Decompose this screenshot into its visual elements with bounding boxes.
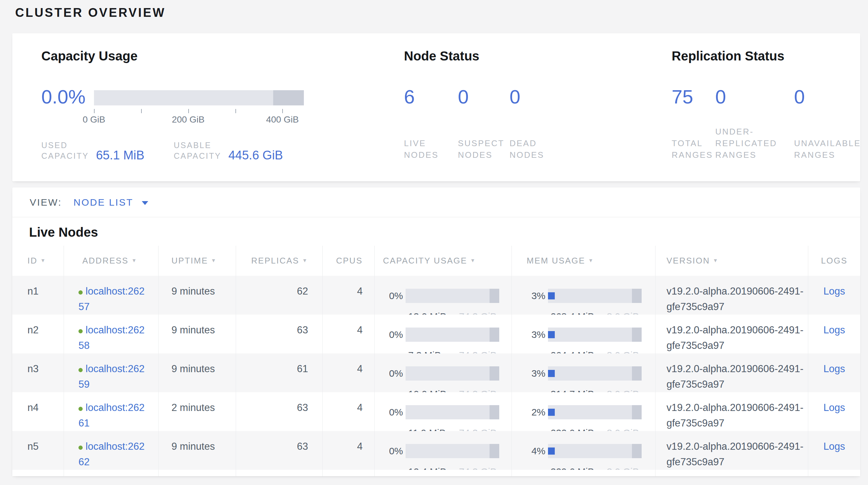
usage-percent: 0% (381, 366, 403, 381)
table-cell-partial (375, 470, 512, 476)
metric-column: 0UNAVAILABLERANGES (794, 85, 805, 161)
usage-bar (406, 405, 499, 419)
live-nodes-card: VIEW: NODE LIST Live Nodes ID▼ADDRESS▼UP… (12, 188, 860, 476)
column-header-id[interactable]: ID▼ (12, 246, 64, 276)
metric-label: UNAVAILABLERANGES (794, 137, 861, 161)
table-cell-partial (64, 470, 159, 476)
live-status-dot-icon (79, 368, 83, 372)
logs-link[interactable]: Logs (824, 363, 845, 374)
node-address-link[interactable]: localhost:26262 (79, 441, 145, 467)
metric-label-line: DEAD (509, 137, 544, 149)
node-address-link[interactable]: localhost:26259 (79, 363, 145, 390)
cpus-cell: 4 (322, 276, 375, 315)
logs-link[interactable]: Logs (824, 402, 845, 413)
metric-value: 75 (672, 85, 715, 109)
column-header-uptime[interactable]: UPTIME▼ (159, 246, 236, 276)
stat-label-line: USABLE (174, 140, 221, 151)
column-header-label: REPLICAS (251, 256, 299, 266)
usage-percent: 0% (381, 443, 403, 459)
usage-bar-highlight (490, 289, 499, 303)
metric-column: 6LIVENODES (404, 85, 458, 161)
node-status-section: Node Status 6LIVENODES0SUSPECTNODES0DEAD… (404, 33, 659, 181)
replicas-cell: 63 (236, 392, 322, 431)
logs-link[interactable]: Logs (824, 441, 845, 452)
axis-tick-label: 400 GiB (266, 114, 299, 125)
logs-cell: Logs (808, 431, 860, 470)
total-value: 8.0 GiB (607, 464, 639, 470)
table-row-partial (12, 470, 860, 476)
version-text: v19.2.0-alpha.20190606-2491-gfe735c9a97 (666, 439, 808, 470)
usage-bar (406, 444, 499, 458)
stat-label: USEDCAPACITY (41, 140, 89, 161)
capacity-usage-section: Capacity Usage 0.0% 0 GiB200 GiB400 GiB … (41, 33, 393, 181)
metric-label-line: RANGES (715, 149, 777, 161)
memory-bar-row: 4% (518, 443, 655, 459)
sort-arrow-icon: ▼ (302, 258, 308, 263)
usage-bar-highlight (632, 405, 642, 419)
version-cell: v19.2.0-alpha.20190606-2491-gfe735c9a97 (655, 315, 808, 353)
table-cell-partial (808, 470, 860, 476)
total-value: 74.3 GiB (459, 309, 497, 315)
node-address-link[interactable]: localhost:26258 (79, 324, 145, 351)
capacity-usage-cell: 0%13.0 MiB74.3 GiB (375, 276, 512, 315)
metric-label-line: LIVE (404, 137, 438, 149)
live-nodes-title: Live Nodes (29, 217, 860, 240)
metric-label: UNDER-REPLICATEDRANGES (715, 126, 777, 161)
column-header-label: ID (27, 256, 37, 266)
logs-cell: Logs (808, 315, 860, 353)
usage-percent: 3% (518, 288, 546, 304)
logs-link[interactable]: Logs (824, 324, 845, 336)
usage-bar-labels: 10.0 MiB74.3 GiB (408, 387, 497, 392)
sort-arrow-icon: ▼ (470, 258, 476, 263)
replicas-cell: 63 (236, 315, 322, 353)
table-cell-partial (512, 470, 655, 476)
usage-bar (548, 444, 642, 458)
logs-cell: Logs (808, 353, 860, 392)
column-header-memory[interactable]: MEM USAGE▼ (512, 246, 655, 276)
usage-bar-highlight (632, 366, 642, 380)
capacity-usage-cell: 0%7.3 MiB74.3 GiB (375, 315, 512, 353)
node-address-link[interactable]: localhost:26257 (79, 286, 145, 312)
usage-bar-labels: 12.4 MiB74.3 GiB (408, 464, 497, 470)
usage-bar-labels: 264.4 MiB8.0 GiB (551, 348, 639, 353)
table-row: n2localhost:262589 minutes6340%7.3 MiB74… (12, 315, 860, 353)
metric-value: 0 (458, 85, 509, 109)
metric-value: 0 (794, 85, 805, 109)
usage-bar-used (548, 331, 555, 338)
column-header-version[interactable]: VERSION▼ (655, 246, 808, 276)
metric-value: 0 (715, 85, 794, 109)
uptime-cell: 9 minutes (159, 431, 236, 470)
table-cell-partial (12, 470, 64, 476)
node-status-metrics: 6LIVENODES0SUSPECTNODES0DEADNODES (404, 85, 520, 161)
logs-cell: Logs (808, 392, 860, 431)
sort-arrow-icon: ▼ (131, 258, 137, 263)
uptime-cell: 9 minutes (159, 353, 236, 392)
live-status-dot-icon (79, 446, 83, 450)
stat-label-line: USED (41, 140, 89, 151)
node-address-cell: localhost:26258 (64, 315, 159, 353)
usage-bar (548, 289, 642, 303)
stat-label-line: CAPACITY (174, 151, 221, 161)
used-value: 264.4 MiB (551, 348, 594, 353)
memory-bar-row: 2% (518, 404, 655, 420)
metric-label-line: NODES (458, 149, 504, 161)
column-header-label: MEM USAGE (527, 256, 585, 266)
memory-usage-cell: 3%264.4 MiB8.0 GiB (512, 315, 655, 353)
column-header-address[interactable]: ADDRESS▼ (64, 246, 159, 276)
usage-bar-labels: 13.0 MiB74.3 GiB (408, 309, 497, 315)
node-address-link[interactable]: localhost:26261 (79, 402, 145, 429)
axis-tick (188, 109, 189, 113)
usage-percent: 2% (518, 404, 546, 420)
column-header-label: VERSION (666, 256, 710, 266)
view-selector-dropdown[interactable]: NODE LIST (73, 197, 148, 208)
capacity-stats: USEDCAPACITY65.1 MiBUSABLECAPACITY445.6 … (41, 136, 393, 161)
column-header-replicas[interactable]: REPLICAS▼ (236, 246, 322, 276)
capacity-bar-highlight (273, 90, 304, 106)
column-header-label: LOGS (821, 256, 847, 266)
usage-bar-labels: 11.9 MiB74.3 GiB (408, 425, 497, 431)
column-header-capacity[interactable]: CAPACITY USAGE▼ (375, 246, 512, 276)
usage-percent: 3% (518, 366, 546, 381)
logs-link[interactable]: Logs (824, 286, 845, 297)
node-address: localhost:26259 (79, 361, 147, 392)
capacity-usage-cell: 0%12.4 MiB74.3 GiB (375, 431, 512, 470)
